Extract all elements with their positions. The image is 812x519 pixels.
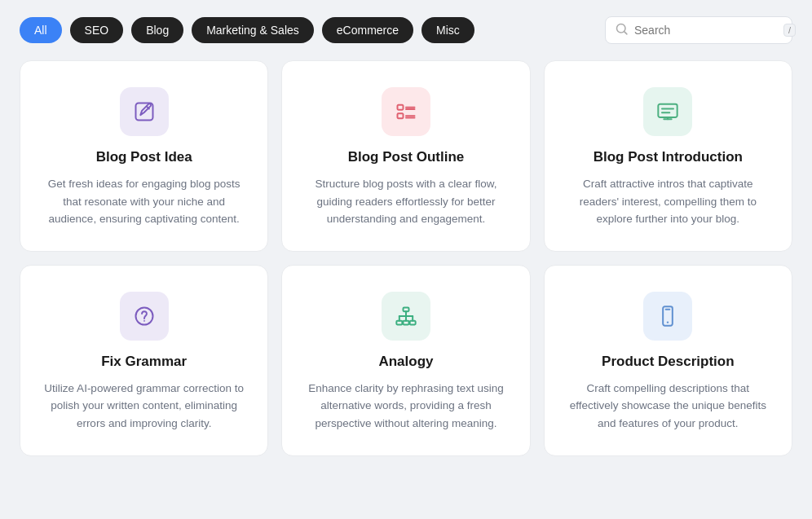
svg-line-1 xyxy=(624,32,627,34)
filter-btn-seo[interactable]: SEO xyxy=(70,17,124,43)
card-icon-blog-post-idea xyxy=(120,87,169,136)
search-box[interactable]: / xyxy=(605,16,792,44)
card-title-blog-post-outline: Blog Post Outline xyxy=(348,149,465,165)
card-desc-blog-post-introduction: Craft attractive intros that captivate r… xyxy=(567,175,769,228)
search-icon xyxy=(616,23,628,37)
filter-btn-ecommerce[interactable]: eCommerce xyxy=(322,17,413,43)
card-title-product-description: Product Description xyxy=(602,354,734,370)
card-desc-blog-post-outline: Structure blog posts with a clear flow, … xyxy=(305,175,506,228)
card-icon-blog-post-outline xyxy=(382,87,430,136)
card-desc-analogy: Enhance clarity by rephrasing text using… xyxy=(305,380,506,433)
card-analogy[interactable]: Analogy Enhance clarity by rephrasing te… xyxy=(281,265,530,456)
card-fix-grammar[interactable]: Fix Grammar Utilize AI-powered grammar c… xyxy=(20,265,268,456)
card-desc-fix-grammar: Utilize AI-powered grammar correction to… xyxy=(43,380,245,433)
card-blog-post-introduction[interactable]: Blog Post Introduction Craft attractive … xyxy=(544,60,792,252)
card-blog-post-idea[interactable]: Blog Post Idea Get fresh ideas for engag… xyxy=(20,60,268,252)
card-icon-fix-grammar xyxy=(120,292,169,341)
card-product-description[interactable]: Product Description Craft compelling des… xyxy=(544,265,792,456)
main-container: AllSEOBlogMarketing & SaleseCommerceMisc… xyxy=(0,0,812,473)
card-icon-product-description xyxy=(643,292,692,341)
card-title-blog-post-idea: Blog Post Idea xyxy=(96,149,192,165)
filter-btn-all[interactable]: All xyxy=(20,17,62,43)
cards-grid: Blog Post Idea Get fresh ideas for engag… xyxy=(20,60,792,456)
card-icon-analogy xyxy=(382,292,430,341)
filter-btn-marketing-&-sales[interactable]: Marketing & Sales xyxy=(192,17,314,43)
card-blog-post-outline[interactable]: Blog Post Outline Structure blog posts w… xyxy=(281,60,530,252)
search-kbd: / xyxy=(783,24,796,37)
svg-rect-3 xyxy=(397,105,403,110)
svg-point-15 xyxy=(143,320,145,322)
card-title-blog-post-introduction: Blog Post Introduction xyxy=(594,149,743,165)
filter-btn-blog[interactable]: Blog xyxy=(131,17,183,43)
filter-bar: AllSEOBlogMarketing & SaleseCommerceMisc… xyxy=(20,16,792,44)
svg-point-27 xyxy=(667,321,669,323)
card-icon-blog-post-introduction xyxy=(643,87,692,136)
card-desc-blog-post-idea: Get fresh ideas for engaging blog posts … xyxy=(43,175,245,228)
search-input[interactable] xyxy=(634,24,777,37)
svg-rect-4 xyxy=(397,113,403,118)
filter-btn-misc[interactable]: Misc xyxy=(421,17,474,43)
svg-rect-9 xyxy=(659,104,677,117)
card-desc-product-description: Craft compelling descriptions that effec… xyxy=(567,380,769,433)
card-title-fix-grammar: Fix Grammar xyxy=(101,354,187,370)
card-title-analogy: Analogy xyxy=(378,354,433,370)
